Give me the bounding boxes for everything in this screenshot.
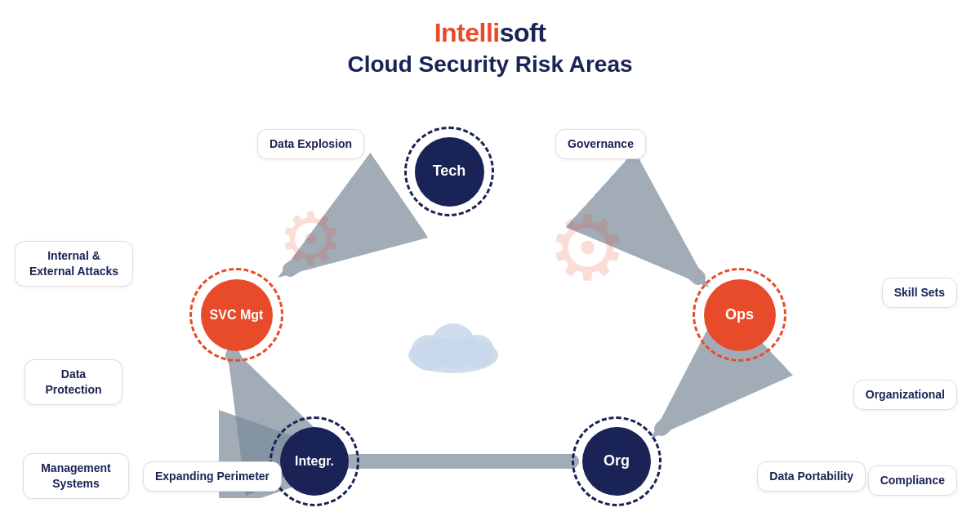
org-label: Org xyxy=(604,452,630,470)
tech-circle-inner: Tech xyxy=(415,137,484,207)
integr-circle-inner: Integr. xyxy=(280,427,349,496)
ops-circle-outer: Ops xyxy=(693,268,786,362)
integr-circle-outer: Integr. xyxy=(270,416,359,506)
integr-label: Integr. xyxy=(295,453,334,469)
tech-circle-outer: Tech xyxy=(404,127,494,216)
data-explosion-label: Data Explosion xyxy=(257,129,364,159)
brand-logo: Intellisoft xyxy=(0,18,980,48)
compliance-label: Compliance xyxy=(868,465,957,496)
org-circle-outer: Org xyxy=(572,416,662,506)
gear-left: ⚙ xyxy=(278,196,344,282)
brand-intelli: Intelli xyxy=(434,18,500,47)
tech-label: Tech xyxy=(433,163,466,180)
header: Intellisoft Cloud Security Risk Areas xyxy=(0,0,980,78)
brand-soft: soft xyxy=(500,18,546,47)
cloud-icon xyxy=(400,310,506,379)
skill-sets-label: Skill Sets xyxy=(882,278,957,308)
svg-point-10 xyxy=(461,335,494,367)
management-systems-label: Management Systems xyxy=(23,453,129,499)
governance-label: Governance xyxy=(555,129,646,159)
ops-circle-inner: Ops xyxy=(704,279,776,351)
org-circle-inner: Org xyxy=(582,427,651,496)
organizational-label: Organizational xyxy=(853,380,957,410)
svc-label: SVC Mgt xyxy=(210,307,264,323)
gear-right: ⚙ xyxy=(547,196,628,301)
arrows-svg xyxy=(0,90,980,498)
ops-label: Ops xyxy=(725,306,754,324)
internal-external-label: Internal & External Attacks xyxy=(15,241,133,287)
data-protection-label: Data Protection xyxy=(24,359,122,405)
expanding-perimeter-label: Expanding Perimeter xyxy=(143,461,282,492)
data-portability-label: Data Portability xyxy=(757,461,866,492)
page-title: Cloud Security Risk Areas xyxy=(0,51,980,78)
diagram: ⚙ ⚙ Tech SVC Mgt Ops xyxy=(0,90,980,498)
svg-line-6 xyxy=(233,355,270,429)
svc-circle-outer: SVC Mgt xyxy=(189,268,283,362)
svg-line-4 xyxy=(662,359,735,429)
page: Intellisoft Cloud Security Risk Areas xyxy=(0,0,980,512)
svc-circle-inner: SVC Mgt xyxy=(201,279,273,351)
